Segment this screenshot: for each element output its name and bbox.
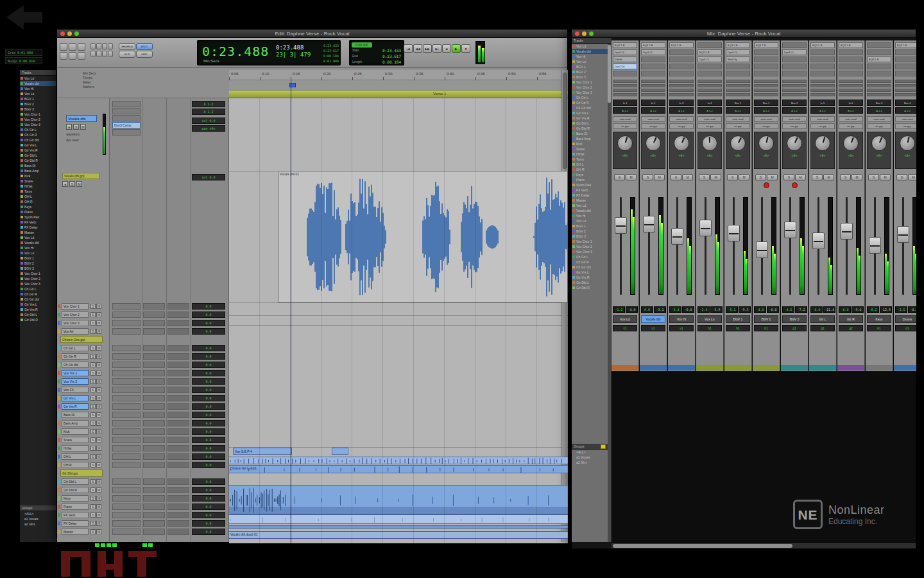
insert-slot[interactable] (112, 462, 141, 468)
output-path[interactable]: A 1-2 (669, 107, 694, 114)
main-counter[interactable]: 0:23.488 (202, 44, 269, 59)
zoom-button[interactable] (589, 31, 594, 36)
track-name-tag[interactable]: Vox Hi (669, 315, 694, 323)
insert-slot[interactable] (867, 42, 891, 48)
track-name-chip[interactable]: Vocals dbl (66, 115, 97, 122)
track-name-chip[interactable]: Ch Gtr L (62, 345, 89, 351)
track-header-row[interactable]: Gtr Vrs RSM (57, 403, 109, 411)
send-slot[interactable] (697, 84, 722, 87)
track-list-row[interactable]: Toms (572, 157, 611, 162)
track-list-row[interactable]: Vocals dbl (20, 81, 56, 86)
send-slot[interactable] (613, 84, 637, 87)
output-path[interactable]: A 1-2 (867, 107, 891, 114)
mute-button[interactable]: M (96, 462, 101, 468)
insert-slot[interactable] (726, 71, 750, 76)
output-path[interactable]: A 1-2 (839, 107, 863, 114)
send-slot[interactable] (143, 403, 165, 410)
track-list-row[interactable]: Ch Gtr dbl (572, 105, 611, 110)
solo-button[interactable]: S (90, 429, 96, 434)
track-name-tag[interactable]: BGV 3 (782, 315, 807, 323)
mute-button[interactable]: M (795, 174, 806, 180)
send-slot[interactable] (143, 328, 165, 335)
track-list-row[interactable]: Kick (572, 141, 611, 146)
send-slot[interactable] (726, 89, 750, 92)
solo-button[interactable]: S (73, 124, 79, 130)
mute-button[interactable]: M (96, 421, 101, 426)
send-slot[interactable] (143, 504, 165, 510)
track-list-row[interactable]: Ch Gtr dbl (20, 137, 56, 143)
track-list-row[interactable]: BGV 1 (572, 223, 611, 229)
send-slot[interactable] (867, 80, 891, 83)
track-list-row[interactable]: Vox Chor 3 (20, 122, 56, 127)
volume-readout[interactable]: -8.2 (867, 306, 879, 313)
input-path[interactable]: In 6 (839, 100, 863, 106)
track-list-row[interactable]: HiHat (20, 184, 56, 189)
pre-roll-chip[interactable]: 0:00.000 (352, 42, 372, 48)
mute-button[interactable]: M (96, 454, 101, 459)
send-slot[interactable] (867, 93, 891, 96)
track-list-row[interactable]: Vox Chor 3 (20, 281, 56, 286)
send-slot[interactable] (143, 320, 165, 326)
insert-slot[interactable]: Mod Dly (726, 57, 750, 62)
send-slot[interactable] (669, 89, 694, 92)
record-enable-button[interactable] (792, 182, 798, 188)
marker-bar[interactable]: Verse 1 (229, 91, 568, 98)
track-name-tag[interactable]: Drums (895, 315, 916, 323)
track-name-chip[interactable]: FX Verb (62, 512, 89, 518)
input-path[interactable]: Bus 4 (895, 100, 916, 106)
insert-slot[interactable]: DVerb (613, 57, 637, 62)
volume-readout[interactable]: -6.0 (839, 306, 851, 313)
insert-slot[interactable] (112, 529, 141, 535)
insert-slot[interactable]: Dyn3 CL (782, 49, 807, 55)
input-path[interactable]: Bus 1 (726, 100, 750, 106)
mute-button[interactable]: M (96, 371, 101, 376)
track-name-chip[interactable]: OH L (62, 453, 89, 460)
edit-tool-button[interactable] (78, 52, 85, 60)
track-list-row[interactable]: BGV 2 (572, 69, 611, 74)
track-list-row[interactable]: BGV 2 (20, 101, 56, 107)
send-slot[interactable] (641, 80, 665, 83)
fader-handle[interactable] (897, 226, 909, 243)
group-list-row[interactable]: a2 Gtrs (20, 521, 56, 527)
end-value[interactable]: 0:23.617 (382, 54, 401, 58)
fader-handle[interactable] (699, 220, 712, 236)
pan-knob[interactable] (843, 136, 859, 151)
solo-button[interactable]: S (90, 446, 96, 451)
close-button[interactable] (60, 31, 65, 36)
mode-button-spot[interactable]: SPOT (136, 43, 153, 50)
track-name-chip[interactable]: Master (62, 529, 89, 535)
track-name-tag[interactable]: Vocals dbl (641, 315, 665, 323)
input-path[interactable]: Bus 1 (754, 100, 778, 106)
input-path[interactable]: In 2 (641, 100, 665, 106)
track-list-row[interactable]: Vox Chor 2 (20, 117, 56, 122)
insert-slot[interactable] (112, 445, 141, 451)
transport-ffwd-button[interactable]: ▶▶ (423, 44, 432, 53)
output-path[interactable]: A 1-2 (754, 107, 778, 114)
send-slot[interactable] (613, 80, 637, 83)
insert-slot[interactable] (839, 71, 863, 76)
solo-button[interactable]: S (90, 404, 96, 409)
track-header-row[interactable]: Gtr Dbl RSM (57, 486, 109, 495)
track-header-row[interactable]: MasterSM (57, 528, 109, 536)
minimize-button[interactable] (67, 31, 72, 36)
solo-button[interactable]: S (90, 504, 96, 509)
insert-slot[interactable]: EQ3 1-B (839, 42, 863, 48)
insert-slot[interactable] (112, 512, 141, 518)
volume-readout[interactable]: -6.0 (810, 306, 823, 313)
mute-button[interactable]: M (682, 174, 693, 180)
fader-handle[interactable] (841, 223, 853, 240)
insert-slot[interactable] (782, 64, 807, 69)
io-slot[interactable] (167, 445, 189, 451)
group-track-header[interactable]: Gtr Dbl.grp (60, 469, 103, 477)
automation-mode-button[interactable]: auto read (641, 116, 665, 122)
track-list-row[interactable]: Toms (20, 189, 56, 194)
track-list-row[interactable]: Vocals dbl (20, 240, 56, 245)
track-name-chip[interactable]: Bass DI (62, 412, 89, 418)
send-slot[interactable] (143, 462, 165, 468)
track-list-row[interactable]: Vox Chor 2 (572, 85, 611, 90)
track-list-row[interactable]: BGV 1 (20, 96, 56, 101)
track-list-row[interactable]: BGV 3 (572, 74, 611, 80)
solo-button[interactable]: S (90, 329, 96, 334)
mute-button[interactable]: M (80, 124, 86, 130)
track-list-row[interactable]: Ch Gtr L (20, 286, 56, 292)
